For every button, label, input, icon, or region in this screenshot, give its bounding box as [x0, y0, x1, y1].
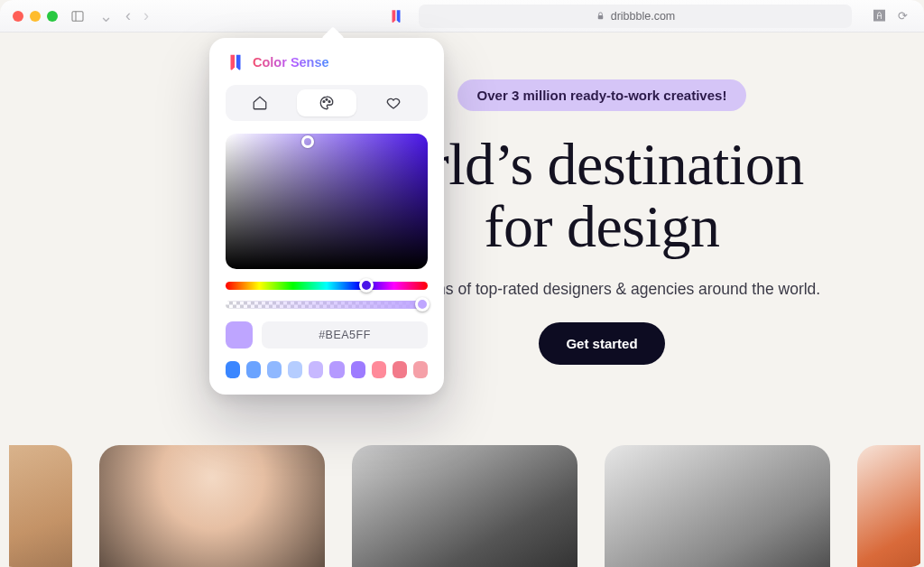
color-sense-logo-icon [226, 52, 245, 72]
forward-button[interactable]: › [142, 6, 151, 25]
webpage-content: Over 3 million ready-to-work creatives! … [0, 33, 924, 567]
palette-swatch[interactable] [267, 361, 282, 378]
lock-icon [596, 11, 605, 21]
designer-card[interactable] [857, 445, 920, 567]
hue-slider[interactable] [226, 282, 428, 290]
palette-swatch[interactable] [288, 361, 302, 378]
saturation-lightness-picker[interactable] [226, 134, 428, 269]
color-sense-toolbar-icon[interactable] [388, 8, 404, 24]
palette-icon [319, 95, 335, 111]
color-sense-popover: Color Sense #BEA5FF [209, 38, 444, 395]
svg-point-4 [326, 98, 328, 100]
svg-point-3 [323, 101, 325, 103]
home-icon [252, 95, 268, 111]
minimize-window-button[interactable] [30, 11, 41, 22]
preset-palette [226, 361, 428, 378]
designer-card[interactable] [99, 445, 325, 567]
sidebar-toggle-button[interactable] [67, 5, 88, 27]
alpha-slider-thumb[interactable] [415, 297, 430, 311]
hue-slider-thumb[interactable] [359, 278, 374, 293]
tab-dropdown-icon[interactable]: ⌄ [97, 6, 115, 26]
reload-button[interactable]: ⟳ [893, 7, 911, 25]
designer-card[interactable] [352, 445, 578, 567]
current-color-swatch[interactable] [226, 321, 253, 349]
traffic-lights [13, 11, 58, 22]
address-bar[interactable]: dribbble.com [419, 5, 852, 28]
svg-rect-2 [597, 15, 603, 19]
palette-swatch[interactable] [226, 361, 240, 378]
tab-picker[interactable] [297, 89, 356, 116]
picker-pointer[interactable] [301, 135, 314, 148]
palette-swatch[interactable] [329, 361, 344, 378]
promo-pill: Over 3 million ready-to-work creatives! [457, 79, 747, 111]
designer-card[interactable] [9, 445, 72, 567]
close-window-button[interactable] [13, 11, 23, 22]
browser-toolbar: ⌄ ‹ › dribbble.com 🅰︎ ⟳ [0, 0, 924, 33]
back-button[interactable]: ‹ [124, 6, 133, 25]
palette-swatch[interactable] [309, 361, 323, 378]
address-bar-host: dribbble.com [611, 10, 676, 23]
fullscreen-window-button[interactable] [47, 11, 58, 22]
palette-swatch[interactable] [413, 361, 428, 378]
translate-icon[interactable]: 🅰︎ [870, 7, 888, 25]
designer-card[interactable] [605, 445, 830, 567]
heart-icon [385, 95, 402, 111]
color-sense-title: Color Sense [253, 55, 329, 70]
palette-swatch[interactable] [372, 361, 386, 378]
palette-swatch[interactable] [246, 361, 261, 378]
popover-tabs [226, 85, 428, 121]
svg-rect-0 [72, 11, 83, 21]
tab-home[interactable] [230, 89, 290, 116]
designer-card-strip [0, 445, 924, 567]
hex-input[interactable]: #BEA5FF [262, 321, 428, 349]
get-started-button[interactable]: Get started [539, 322, 664, 365]
toolbar-right-icons: 🅰︎ ⟳ [870, 7, 911, 25]
palette-swatch[interactable] [393, 361, 407, 378]
alpha-slider[interactable] [226, 301, 428, 309]
svg-point-5 [328, 101, 330, 103]
tab-favorites[interactable] [364, 89, 423, 116]
palette-swatch[interactable] [351, 361, 365, 378]
